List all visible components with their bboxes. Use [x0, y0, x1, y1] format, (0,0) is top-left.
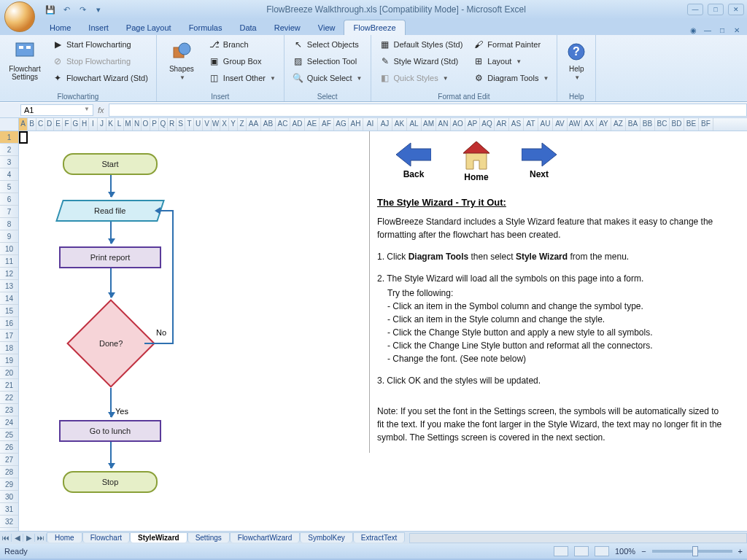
row-header[interactable]: 18 [0, 342, 18, 354]
default-styles-button[interactable]: ▦Default Styles (Std) [376, 36, 467, 52]
column-header[interactable]: A [19, 118, 28, 131]
flowchart-start[interactable]: Start [63, 153, 158, 175]
column-header[interactable]: BB [640, 118, 655, 131]
column-header[interactable]: AO [451, 118, 465, 131]
chevron-down-icon[interactable]: ▼ [84, 106, 90, 114]
flowchart-wizard-button[interactable]: ✦Flowchart Wizard (Std) [48, 70, 152, 86]
sheet-tab-flowchartwizard[interactable]: FlowchartWizard [230, 532, 300, 542]
column-header[interactable]: AN [436, 118, 451, 131]
start-flowcharting-button[interactable]: ▶Start Flowcharting [48, 36, 152, 52]
row-header[interactable]: 19 [0, 354, 18, 367]
column-header[interactable]: AA [247, 118, 261, 131]
tab-data[interactable]: Data [231, 20, 265, 35]
row-header[interactable]: 20 [0, 367, 18, 379]
normal-view-button[interactable] [554, 546, 568, 556]
column-header[interactable]: M [124, 118, 133, 131]
sheet-tab-flowchart[interactable]: Flowchart [82, 532, 130, 542]
zoom-in-button[interactable]: + [738, 547, 743, 556]
sheet-canvas[interactable]: Start Read file Print report Done? No Ye… [19, 131, 747, 531]
column-header[interactable]: AJ [378, 118, 392, 131]
row-header[interactable]: 15 [0, 305, 18, 317]
name-box[interactable]: A1▼ [20, 104, 93, 116]
nav-back[interactable]: Back [396, 141, 431, 182]
column-header[interactable]: AP [465, 118, 480, 131]
office-button[interactable] [4, 1, 35, 32]
worksheet-grid[interactable]: 1234567891011121314151617181920212223242… [0, 131, 747, 531]
group-box-button[interactable]: ▣Group Box [205, 53, 279, 69]
row-header[interactable]: 13 [0, 280, 18, 292]
tab-insert[interactable]: Insert [80, 20, 117, 35]
row-header[interactable]: 32 [0, 516, 18, 528]
row-header[interactable]: 25 [0, 429, 18, 441]
column-header[interactable]: AG [334, 118, 349, 131]
row-header[interactable]: 4 [0, 168, 18, 181]
row-header[interactable]: 3 [0, 156, 18, 168]
column-header[interactable]: AT [524, 118, 538, 131]
row-header[interactable]: 16 [0, 317, 18, 330]
column-header[interactable]: AV [553, 118, 568, 131]
row-header[interactable]: 6 [0, 193, 18, 206]
doc-close-button[interactable]: ✕ [731, 25, 743, 35]
redo-icon[interactable]: ↷ [76, 3, 89, 16]
column-header[interactable]: AQ [480, 118, 495, 131]
column-header[interactable]: AF [320, 118, 334, 131]
column-header[interactable]: BF [699, 118, 713, 131]
row-header[interactable]: 11 [0, 255, 18, 268]
tab-flowbreeze[interactable]: FlowBreeze [344, 20, 405, 35]
page-break-view-button[interactable] [595, 546, 609, 556]
doc-minimize-button[interactable]: — [702, 25, 713, 35]
column-header[interactable]: P [150, 118, 159, 131]
tab-nav-prev[interactable]: ◀ [12, 534, 23, 542]
nav-home[interactable]: Home [460, 141, 492, 182]
minimize-button[interactable]: — [687, 4, 703, 15]
row-header[interactable]: 12 [0, 268, 18, 280]
column-header[interactable]: Y [229, 118, 238, 131]
column-header[interactable]: L [115, 118, 124, 131]
tab-formulas[interactable]: Formulas [180, 20, 231, 35]
column-header[interactable]: C [36, 118, 45, 131]
column-header[interactable]: AE [305, 118, 320, 131]
close-button[interactable]: ✕ [728, 4, 744, 15]
row-header[interactable]: 28 [0, 466, 18, 478]
sheet-tab-home[interactable]: Home [47, 532, 82, 542]
row-header[interactable]: 7 [0, 206, 18, 218]
column-header[interactable]: J [98, 118, 107, 131]
column-header[interactable]: G [71, 118, 80, 131]
column-header[interactable]: AY [597, 118, 611, 131]
select-all-corner[interactable] [0, 118, 19, 131]
row-header[interactable]: 1 [0, 131, 18, 144]
column-header[interactable]: K [107, 118, 115, 131]
column-header[interactable]: X [220, 118, 229, 131]
nav-next[interactable]: Next [522, 141, 557, 182]
sheet-tab-settings[interactable]: Settings [187, 532, 230, 542]
insert-other-button[interactable]: ◫Insert Other▼ [205, 70, 279, 86]
row-header[interactable]: 22 [0, 392, 18, 404]
row-header[interactable]: 8 [0, 218, 18, 230]
column-header[interactable]: AZ [611, 118, 626, 131]
column-header[interactable]: U [194, 118, 203, 131]
column-header[interactable]: S [177, 118, 185, 131]
tab-review[interactable]: Review [266, 20, 309, 35]
column-header[interactable]: D [45, 118, 54, 131]
column-header[interactable]: AL [407, 118, 422, 131]
row-header[interactable]: 26 [0, 441, 18, 454]
undo-icon[interactable]: ↶ [60, 3, 73, 16]
column-header[interactable]: AI [363, 118, 378, 131]
horizontal-scrollbar[interactable] [409, 533, 747, 543]
flowchart-go-to-lunch[interactable]: Go to lunch [59, 420, 161, 442]
column-header[interactable]: N [133, 118, 142, 131]
row-header[interactable]: 21 [0, 379, 18, 392]
sheet-tab-symbolkey[interactable]: SymbolKey [300, 532, 353, 542]
column-header[interactable]: Z [238, 118, 247, 131]
row-header[interactable]: 9 [0, 230, 18, 243]
row-header[interactable]: 5 [0, 181, 18, 193]
column-header[interactable]: AK [392, 118, 407, 131]
row-header[interactable]: 27 [0, 454, 18, 466]
column-header[interactable]: B [28, 118, 36, 131]
tab-home[interactable]: Home [41, 20, 80, 35]
fx-label[interactable]: fx [98, 106, 104, 114]
column-header[interactable]: BA [626, 118, 640, 131]
column-header[interactable]: AR [495, 118, 509, 131]
row-header[interactable]: 14 [0, 292, 18, 305]
column-header[interactable]: T [185, 118, 194, 131]
